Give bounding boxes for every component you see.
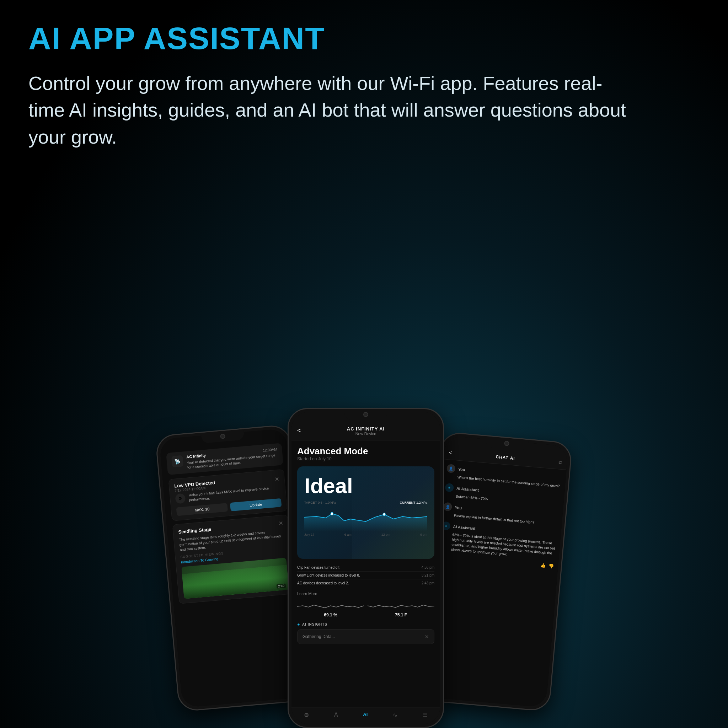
display-nav-icon: A	[334, 712, 338, 718]
right-phone-camera	[504, 441, 509, 446]
update-button[interactable]: Update	[230, 499, 282, 511]
vpd-alert-card: Low VPD Detected 7/17/2024 12:00AM ✕ ⚙ R…	[168, 469, 288, 521]
user-name-1: You	[458, 467, 465, 472]
phone-center: < AC INFINITY AI New Device Advanced Mod…	[288, 408, 444, 728]
chat-back-button[interactable]: <	[449, 449, 453, 456]
ai-avatar-1: ◈	[445, 483, 454, 492]
ai-name-2: AI Assistant	[453, 524, 476, 530]
ai-icon-small: ◈	[297, 622, 300, 626]
notif-content: AC Infinity 12:00AM Your AI detected tha…	[186, 447, 278, 470]
thumbs-up-button[interactable]: 👍	[540, 563, 546, 568]
ai-insights-section: ◈ AI INSIGHTS Gathering Data... ✕	[297, 622, 434, 644]
event-text-1: Clip Fan devices turned off.	[297, 566, 341, 569]
notif-time: 12:00AM	[263, 447, 277, 452]
gathering-close[interactable]: ✕	[425, 634, 429, 639]
notif-icon: 📡	[171, 455, 184, 468]
right-phone-screen: < CHAT AI ⧉ 👤 You What's the best humidi…	[423, 436, 569, 708]
mode-subtitle: Started on July 10	[297, 456, 434, 461]
ai-nav-icon: AI	[363, 712, 367, 717]
fan-icon: ⚙	[175, 493, 185, 504]
max-button[interactable]: MAX: 10	[176, 503, 228, 516]
seedling-close[interactable]: ✕	[278, 520, 284, 527]
center-back-button[interactable]: <	[297, 427, 301, 434]
center-phone-camera	[363, 412, 368, 417]
event-time-2: 3:21 pm	[422, 574, 434, 577]
humidity-wave-svg	[297, 600, 364, 612]
status-card: Ideal TARGET 0.6 - 1.0 kPa CURRENT 1.2 k…	[297, 466, 434, 559]
center-scroll-content: Advanced Mode Started on July 10 Ideal T…	[292, 440, 440, 653]
user-avatar-2: 👤	[443, 502, 452, 511]
left-phone-screen: 📡 AC Infinity 12:00AM Your AI detected t…	[159, 428, 310, 708]
temperature-wave-path	[367, 605, 434, 607]
chart-nav-icon: ∿	[393, 712, 398, 719]
right-phone-content: < CHAT AI ⧉ 👤 You What's the best humidi…	[423, 436, 569, 708]
left-phone-content: 📡 AC Infinity 12:00AM Your AI detected t…	[159, 428, 310, 708]
phones-container: 📡 AC Infinity 12:00AM Your AI detected t…	[0, 408, 728, 728]
vpd-alert-close[interactable]: ✕	[274, 476, 280, 483]
temperature-wave	[367, 600, 434, 612]
humidity-wave-path	[297, 605, 364, 608]
nav-item-menu[interactable]: ☰	[423, 712, 428, 719]
nav-item-ai[interactable]: AI	[363, 712, 367, 719]
humidity-value: 69.1 %	[324, 612, 337, 618]
chart-marker-1	[330, 512, 333, 515]
temperature-wave-svg	[367, 600, 434, 612]
vpd-target: TARGET 0.6 - 1.0 kPa	[304, 501, 336, 505]
nav-item-chart[interactable]: ∿	[393, 712, 398, 719]
notification-bar: 📡 AC Infinity 12:00AM Your AI detected t…	[166, 443, 283, 475]
center-header-title-group: AC INFINITY AI New Device	[297, 426, 434, 436]
seedling-card: Seedling Stage ✕ The seedling stage last…	[173, 514, 295, 604]
humidity-wave	[297, 600, 364, 612]
user-name-2: You	[455, 505, 462, 510]
chat-close-icon[interactable]: ⧉	[558, 459, 562, 466]
settings-nav-icon: ⚙	[304, 712, 309, 719]
mode-section: Advanced Mode Started on July 10	[297, 446, 434, 461]
ai-sender-icon-2: ◈	[445, 524, 448, 528]
event-time-1: 4:56 pm	[422, 566, 434, 569]
bottom-nav: ⚙ A AI ∿ ☰	[292, 707, 440, 724]
vpd-chart	[304, 506, 427, 531]
events-section: Clip Fan devices turned off. 4:56 pm Gro…	[297, 564, 434, 587]
temperature-sensor: 75.1 F	[367, 600, 434, 618]
seedling-title: Seedling Stage	[178, 526, 211, 535]
main-title: AI APP ASSISTANT	[28, 21, 700, 56]
event-row-1: Clip Fan devices turned off. 4:56 pm	[297, 564, 434, 572]
humidity-sensor: 69.1 %	[297, 600, 364, 618]
center-device-name: New Device	[297, 431, 434, 436]
chart-time-2: 6 am	[344, 533, 352, 537]
chat-title: CHAT AI	[496, 454, 515, 461]
user-avatar-1: 👤	[447, 464, 456, 473]
chart-marker-2	[383, 513, 385, 516]
chart-svg	[304, 506, 427, 531]
event-text-2: Grow Light devices increased to level 8.	[297, 574, 360, 577]
image-duration: 2:49	[277, 584, 286, 589]
chart-time-1: July 17	[304, 533, 315, 537]
ai-sender-icon-1: ◈	[448, 486, 451, 489]
mode-title: Advanced Mode	[297, 446, 434, 456]
chat-messages: 👤 You What's the best humidity to set fo…	[424, 459, 566, 696]
center-phone-screen: < AC INFINITY AI New Device Advanced Mod…	[292, 412, 440, 724]
gathering-card: Gathering Data... ✕	[297, 629, 434, 644]
learn-more-link[interactable]: Learn More	[297, 592, 434, 596]
nav-item-display[interactable]: A	[334, 712, 338, 719]
left-phone-camera	[220, 434, 225, 439]
sensors-row: 69.1 % 75.1 F	[297, 600, 434, 618]
event-row-2: Grow Light devices increased to level 8.…	[297, 572, 434, 580]
menu-nav-icon: ☰	[423, 712, 428, 719]
ai-insights-label: AI INSIGHTS	[302, 622, 327, 626]
center-phone-notch	[344, 409, 387, 420]
temperature-value: 75.1 F	[395, 612, 407, 618]
nav-item-settings[interactable]: ⚙	[304, 712, 309, 719]
center-phone-content: < AC INFINITY AI New Device Advanced Mod…	[292, 412, 440, 724]
plant-image: 2:49	[181, 558, 289, 599]
ai-name-1: AI Assistant	[456, 486, 479, 492]
chart-fill	[304, 514, 427, 531]
subtitle: Control your grow from anywhere with our…	[28, 70, 633, 151]
thumbs-down-button[interactable]: 👎	[548, 563, 554, 569]
plant-image-overlay	[181, 558, 289, 599]
ai-insights-header: ◈ AI INSIGHTS	[297, 622, 434, 626]
event-row-3: AC devices decreased to level 2. 2:43 pm	[297, 580, 434, 587]
center-app-name: AC INFINITY AI	[297, 426, 434, 431]
ideal-label: Ideal	[304, 474, 427, 498]
message-group-4: ◈ AI Assistant 65% - 70% is ideal at thi…	[439, 521, 557, 569]
